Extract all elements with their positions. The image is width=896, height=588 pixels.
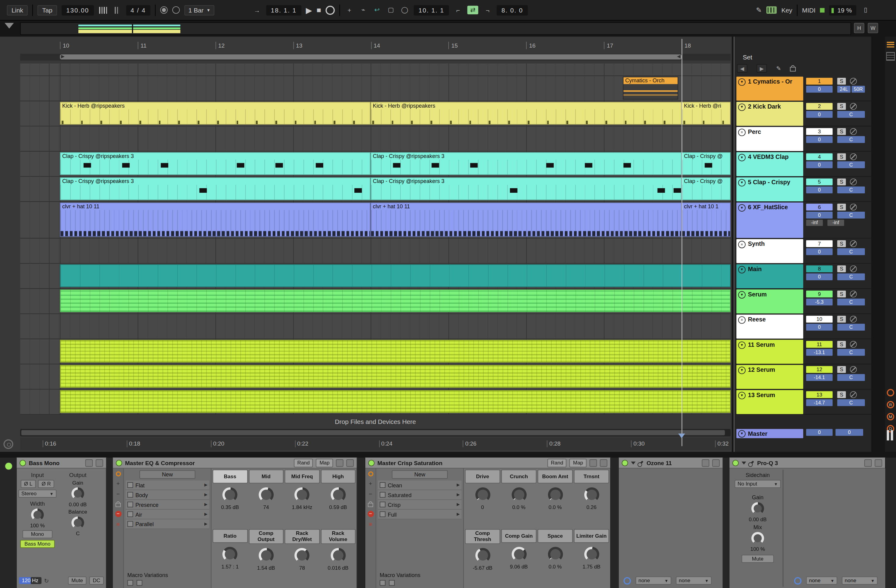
chain-row[interactable]: Parallel ▶ xyxy=(126,519,209,529)
chain-list-icon[interactable]: ≡ xyxy=(115,521,122,528)
chain-list-icon[interactable]: ≡ xyxy=(367,521,374,528)
clip[interactable] xyxy=(60,365,730,388)
volume-value[interactable]: -14.7 xyxy=(806,399,833,406)
macro-knob[interactable] xyxy=(584,547,599,562)
clip[interactable] xyxy=(60,289,730,312)
chain-play-icon[interactable]: ▶ xyxy=(204,512,207,516)
hot-swap-icon[interactable] xyxy=(85,459,93,466)
device-title-bar[interactable]: Pro-Q 3 xyxy=(730,457,885,468)
macro-knob[interactable] xyxy=(548,547,563,562)
macro-variations-label[interactable]: Macro Variations xyxy=(126,571,209,579)
track-activator[interactable] xyxy=(850,204,857,211)
draw-automation-icon[interactable]: ✎ xyxy=(776,65,781,72)
track-fold-icon[interactable]: ≡ xyxy=(738,129,746,136)
unfold-icon[interactable] xyxy=(742,462,746,464)
track-fold-icon[interactable]: ≡ xyxy=(738,316,746,324)
macro-bass[interactable]: Bass0.35 dB xyxy=(213,470,247,528)
track-activator[interactable] xyxy=(850,341,857,348)
drop-zone[interactable]: Drop Files and Devices Here xyxy=(20,415,731,428)
pan-value[interactable]: C xyxy=(837,248,865,255)
unfold-icon[interactable] xyxy=(631,462,635,464)
chain-play-icon[interactable]: ▶ xyxy=(204,492,207,497)
macro-limiter-gain[interactable]: Limiter Gain1.75 dB xyxy=(574,529,609,587)
hot-swap-icon[interactable] xyxy=(590,459,597,466)
midi-map-button[interactable]: MIDI xyxy=(802,7,815,14)
macro-variation-icons[interactable] xyxy=(378,579,462,586)
gain-knob[interactable] xyxy=(72,487,84,500)
automation-circle-icon[interactable]: ◯ xyxy=(400,6,409,14)
clip[interactable]: Clap - Crispy @ripspeakers 3 xyxy=(60,152,370,175)
section-toggle-button[interactable]: R xyxy=(887,401,894,408)
track-name[interactable]: 2 Kick Dark xyxy=(748,103,781,110)
phase-left-button[interactable]: Ø L xyxy=(21,480,36,488)
channel-mode-select[interactable]: Stereo▼ xyxy=(18,489,56,497)
wrench-icon[interactable] xyxy=(638,460,643,465)
bar-number[interactable]: 15 xyxy=(449,42,526,49)
solo-button[interactable]: S xyxy=(837,103,846,110)
track-fold-icon[interactable]: ▼ xyxy=(738,291,746,299)
bar-number[interactable]: 18 xyxy=(682,42,731,49)
pan-value[interactable]: C xyxy=(837,186,865,193)
chain-play-icon[interactable]: ▶ xyxy=(204,483,207,487)
nudge-up-button[interactable] xyxy=(172,6,180,14)
lock-icon[interactable] xyxy=(367,501,373,507)
track-name-cell[interactable]: ≡ Reese xyxy=(736,315,803,339)
hot-swap-icon[interactable] xyxy=(128,492,133,498)
chain-play-icon[interactable]: ▶ xyxy=(457,492,460,497)
macro-knob[interactable] xyxy=(259,487,274,502)
width-value[interactable]: 100 % xyxy=(30,523,45,529)
master-track-header[interactable]: ▼ Master 0 0 xyxy=(736,429,871,438)
loop-switch[interactable]: ⇄ xyxy=(467,6,478,14)
macro-knob[interactable] xyxy=(475,487,490,502)
map-button[interactable]: Map xyxy=(316,459,333,467)
preset-name[interactable]: Bass Mono xyxy=(20,540,55,548)
plugin-param-a-select[interactable]: none▼ xyxy=(635,576,671,584)
macro-value[interactable]: -5.67 dB xyxy=(473,565,492,571)
mono-button[interactable]: Mono xyxy=(23,530,52,538)
master-pan-value[interactable]: 0 xyxy=(836,429,863,436)
back-to-arrangement-triangle-icon[interactable] xyxy=(5,23,14,29)
volume-value[interactable]: 0 xyxy=(806,111,833,118)
solo-button[interactable]: S xyxy=(837,316,846,323)
plugin-param-b-select[interactable]: none▼ xyxy=(676,576,712,584)
track-fold-icon[interactable]: ▼ xyxy=(738,204,746,212)
macro-value[interactable]: 0.0 % xyxy=(549,564,562,570)
clip[interactable]: Clap - Crispy @ xyxy=(682,177,731,200)
back-to-arrangement-icon[interactable]: ↩ xyxy=(372,6,381,14)
time-signature-field[interactable]: 4 / 4 xyxy=(126,5,150,15)
track-activator[interactable] xyxy=(850,240,857,247)
track-lane-7[interactable] xyxy=(20,239,731,264)
track-fold-icon[interactable]: ▼ xyxy=(738,154,746,161)
loop-start-marker[interactable] xyxy=(61,55,64,58)
volume-value[interactable]: 0 xyxy=(806,161,833,168)
clip[interactable]: Cymatics - Orch xyxy=(623,76,678,99)
pan-value[interactable]: C xyxy=(837,374,865,381)
macro-knob[interactable] xyxy=(511,547,526,562)
macro-mid-freq[interactable]: Mid Freq1.84 kHz xyxy=(285,470,319,528)
arrangement-view[interactable]: 10 11 12 13 14 15 16 17 18 xyxy=(0,37,732,452)
gain-knob[interactable] xyxy=(751,502,764,515)
horizontal-scrollbar[interactable] xyxy=(20,429,731,436)
clip[interactable]: clvr + hat 10 11 xyxy=(60,203,370,237)
phase-right-button[interactable]: Ø R xyxy=(38,480,54,488)
track-lane-scrub[interactable] xyxy=(20,64,731,76)
track-header[interactable]: ▼ Main 8 S 0 C xyxy=(736,264,871,289)
track-header[interactable]: ▼ 5 Clap - Crispy 5 S 0 C xyxy=(736,177,871,202)
map-button[interactable]: Map xyxy=(570,459,587,467)
macro-value[interactable]: 74 xyxy=(263,504,269,510)
chain-play-icon[interactable]: ▶ xyxy=(457,512,460,516)
plugin-param-knob[interactable] xyxy=(794,577,802,584)
solo-button[interactable]: S xyxy=(837,291,846,298)
track-lane-1[interactable]: Cymatics - Orch xyxy=(20,76,731,101)
device-chain-activator[interactable] xyxy=(5,462,12,470)
macro-comp-output[interactable]: Comp Output1.54 dB xyxy=(248,529,283,587)
clip[interactable]: Clap - Crispy @ripspeakers 3 xyxy=(370,152,682,175)
track-name-cell[interactable]: ▼ Serum xyxy=(736,289,803,314)
tempo-field[interactable]: 130.00 xyxy=(62,5,94,15)
next-locator-button[interactable]: ▶ xyxy=(757,64,767,73)
track-height-button[interactable]: H xyxy=(854,23,864,33)
track-fold-icon[interactable]: ▼ xyxy=(738,367,746,374)
balance-value[interactable]: C xyxy=(76,531,79,536)
macro-knob[interactable] xyxy=(331,548,346,563)
track-activator[interactable] xyxy=(850,103,857,110)
